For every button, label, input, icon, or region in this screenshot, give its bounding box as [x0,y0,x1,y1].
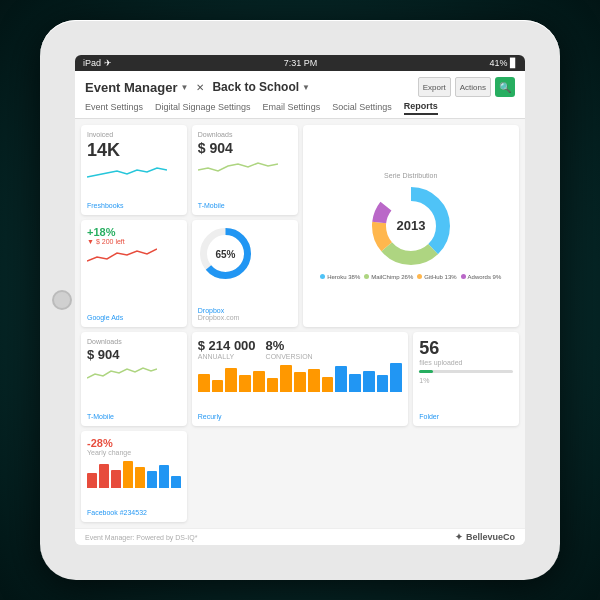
tab-event-settings[interactable]: Event Settings [85,102,143,114]
card-facebook-source: Facebook #234532 [87,509,181,516]
card-downloads-1: Downloads $ 904 T-Mobile [192,125,298,215]
app-dropdown-icon[interactable]: ▼ [180,83,188,92]
card-downloads-2-label: Downloads [87,338,181,345]
event-dropdown-icon[interactable]: ▼ [302,83,310,92]
tab-social-settings[interactable]: Social Settings [332,102,392,114]
tab-email-settings[interactable]: Email Settings [263,102,321,114]
card-facebook: -28% Yearly change Facebook #234532 [81,431,187,522]
card-facebook-label: Yearly change [87,449,181,456]
card-downloads-1-label: Downloads [198,131,292,138]
arrow-down-icon: ▼ [87,238,94,245]
card-invoiced-1-label: Invoiced [87,131,181,138]
card-dropbox-1-sublabel: Dropbox.com [198,314,292,321]
sparkline-1 [87,163,167,181]
card-downloads-2: Downloads $ 904 T-Mobile [81,332,187,426]
nav-tabs: Event Settings Digital Signage Settings … [85,101,515,115]
export-button[interactable]: Export [418,77,451,97]
card-downloads-1-source: T-Mobile [198,202,292,209]
app-title: Event Manager ▼ [85,80,188,95]
card-downloads-2-value: $ 904 [87,347,181,362]
actions-button[interactable]: Actions [455,77,491,97]
card-folder-source: Folder [419,413,513,420]
tab-reports[interactable]: Reports [404,101,438,115]
sparkline-google [87,245,157,265]
donut-legend: Heroku 38% MailChimp 26% GitHub 13% Adwo… [320,274,501,280]
card-invoiced-1: Invoiced 14K Freshbooks [81,125,187,215]
svg-text:2013: 2013 [396,218,425,233]
status-bar: iPad ✈ 7:31 PM 41% ▊ [75,55,525,71]
card-google-ads-sub: $ 200 left [96,238,125,245]
card-downloads-1-value: $ 904 [198,140,292,156]
card-google-ads-source: Google Ads [87,314,181,321]
bar-chart-recurly [198,362,403,392]
sparkline-2 [198,158,278,176]
ipad-frame: iPad ✈ 7:31 PM 41% ▊ Event Manager ▼ ✕ B… [40,20,560,580]
home-button[interactable] [52,290,72,310]
card-recurly-label: ANNUALLY [198,353,256,360]
donut-sublabel: Serie Distribution [384,172,437,179]
card-folder-sub: 1% [419,377,513,384]
card-recurly-source: Recurly [198,413,403,420]
card-folder-label: files uploaded [419,359,513,366]
status-left: iPad ✈ [83,58,112,68]
app-header: Event Manager ▼ ✕ Back to School ▼ Expor… [75,71,525,119]
ipad-screen: iPad ✈ 7:31 PM 41% ▊ Event Manager ▼ ✕ B… [75,55,525,545]
dropbox-ring: 65% [198,226,292,285]
footer: Event Manager: Powered by DS-IQ* ✦ Belle… [75,528,525,545]
card-google-ads-percent: +18% [87,226,181,238]
card-google-ads: +18% ▼ $ 200 left Google Ads [81,220,187,326]
status-right: 41% ▊ [489,58,517,68]
search-button[interactable]: 🔍 [495,77,515,97]
card-recurly: $ 214 000 ANNUALLY 8% CONVERSION [192,332,409,426]
svg-text:65%: 65% [215,249,235,260]
tab-digital-signage[interactable]: Digital Signage Settings [155,102,251,114]
donut-chart: 2013 [366,181,456,271]
card-recurly-value: $ 214 000 [198,338,256,353]
card-folder-value: 56 [419,338,513,359]
card-facebook-percent: -28% [87,437,181,449]
close-icon[interactable]: ✕ [196,82,204,93]
dashboard-grid: Invoiced 14K Freshbooks Downloads $ 904 … [75,119,525,528]
card-downloads-2-source: T-Mobile [87,413,181,420]
card-dropbox-1: 65% Dropbox Dropbox.com [192,220,298,326]
brand-logo: ✦ BellevueCo [455,532,515,542]
event-title: Back to School ▼ [212,80,310,94]
card-donut: Serie Distribution 2013 Heroku 3 [303,125,520,327]
bar-chart-facebook [87,458,181,488]
card-folder: 56 files uploaded 1% Folder [413,332,519,426]
card-conversion-value: 8% [266,338,313,353]
card-dropbox-1-source: Dropbox [198,307,292,314]
status-center: 7:31 PM [284,58,318,68]
card-invoiced-1-source: Freshbooks [87,202,181,209]
footer-powered: Event Manager: Powered by DS-IQ* [85,534,197,541]
card-conversion-label: CONVERSION [266,353,313,360]
sparkline-tmobile [87,364,157,382]
card-invoiced-1-value: 14K [87,140,181,161]
